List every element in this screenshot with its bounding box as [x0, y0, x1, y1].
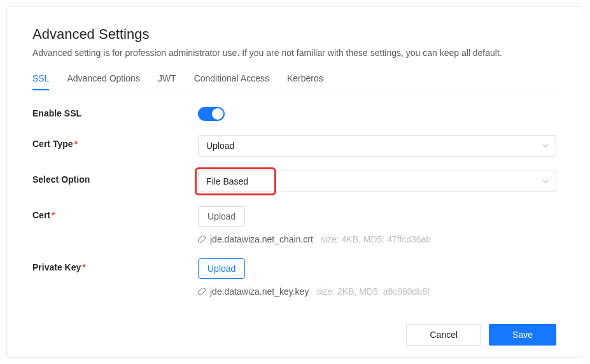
chevron-down-icon	[542, 178, 549, 185]
enable-ssl-toggle[interactable]	[198, 107, 225, 121]
cert-file-meta: size: 4KB, MD5: 47ffcd36ab	[321, 234, 431, 244]
page-subtitle: Advanced setting is for profession admin…	[32, 48, 556, 58]
paperclip-icon	[198, 235, 206, 244]
save-button[interactable]: Save	[489, 324, 556, 346]
paperclip-icon	[198, 288, 206, 296]
tab-ssl[interactable]: SSL	[32, 73, 49, 90]
cert-file-info: jde.datawiza.net_chain.crt size: 4KB, MD…	[198, 234, 556, 244]
tabs: SSL Advanced Options JWT Conditional Acc…	[32, 73, 556, 90]
select-option-value: File Based	[206, 176, 248, 186]
footer-actions: Cancel Save	[406, 324, 556, 346]
tab-advanced-options[interactable]: Advanced Options	[67, 73, 139, 90]
cert-upload-button[interactable]: Upload	[198, 206, 245, 227]
enable-ssl-label: Enable SSL	[32, 104, 198, 118]
tab-jwt[interactable]: JWT	[158, 73, 176, 90]
cert-label: Cert*	[32, 206, 198, 220]
private-key-file-info: jde.datawiza.net_key.key size: 2KB, MD5:…	[198, 286, 556, 297]
cert-type-select[interactable]: Upload	[198, 135, 556, 157]
private-key-file-meta: size: 2KB, MD5: a6c980db8f	[316, 286, 429, 297]
private-key-label: Private Key*	[32, 258, 198, 272]
cert-type-label: Cert Type*	[32, 135, 198, 149]
private-key-file-name: jde.datawiza.net_key.key	[210, 286, 309, 297]
private-key-label-text: Private Key	[32, 262, 81, 272]
chevron-down-icon	[542, 142, 549, 150]
required-marker: *	[74, 139, 78, 149]
cert-file-name: jde.datawiza.net_chain.crt	[210, 234, 313, 244]
page-title: Advanced Settings	[32, 26, 556, 43]
cert-type-value: Upload	[206, 141, 234, 151]
required-marker: *	[52, 210, 55, 220]
select-option-select[interactable]: File Based	[198, 171, 556, 192]
select-option-label: Select Option	[32, 171, 198, 185]
private-key-upload-button[interactable]: Upload	[198, 258, 245, 279]
cancel-button[interactable]: Cancel	[406, 324, 481, 346]
cert-type-label-text: Cert Type	[32, 139, 73, 149]
advanced-settings-panel: Advanced Settings Advanced setting is fo…	[6, 6, 582, 358]
tab-conditional-access[interactable]: Conditional Access	[194, 73, 269, 90]
required-marker: *	[82, 262, 85, 272]
cert-label-text: Cert	[32, 210, 50, 220]
tab-kerberos[interactable]: Kerberos	[287, 73, 323, 90]
